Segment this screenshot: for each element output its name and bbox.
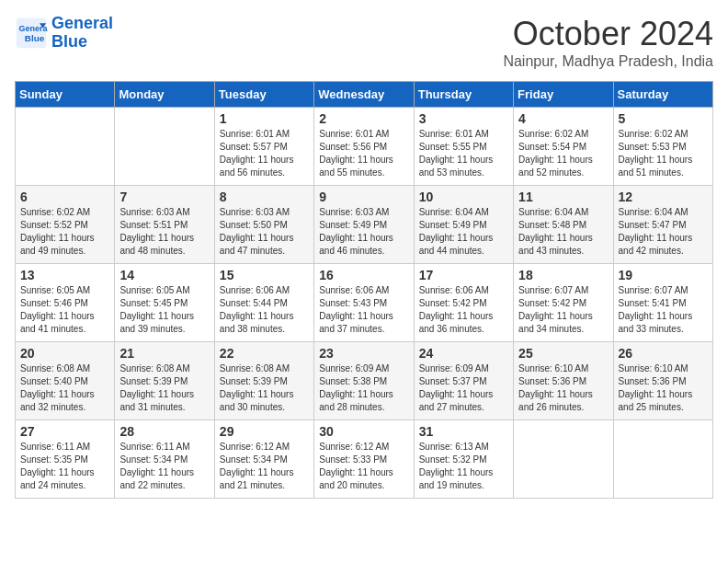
calendar-cell: 25Sunrise: 6:10 AM Sunset: 5:36 PM Dayli… [514, 342, 613, 420]
day-info: Sunrise: 6:09 AM Sunset: 5:38 PM Dayligh… [319, 362, 408, 414]
calendar-cell: 17Sunrise: 6:06 AM Sunset: 5:42 PM Dayli… [414, 264, 513, 342]
calendar-week-row: 27Sunrise: 6:11 AM Sunset: 5:35 PM Dayli… [16, 420, 713, 499]
calendar-cell: 1Sunrise: 6:01 AM Sunset: 5:57 PM Daylig… [214, 108, 313, 186]
calendar-cell [115, 108, 214, 186]
day-info: Sunrise: 6:10 AM Sunset: 5:36 PM Dayligh… [518, 362, 608, 414]
day-number: 14 [119, 268, 209, 282]
day-number: 3 [419, 111, 508, 126]
weekday-header: Thursday [414, 82, 513, 108]
day-info: Sunrise: 6:08 AM Sunset: 5:40 PM Dayligh… [20, 362, 109, 414]
day-info: Sunrise: 6:09 AM Sunset: 5:37 PM Dayligh… [419, 362, 508, 414]
day-number: 17 [419, 268, 508, 282]
calendar-cell: 7Sunrise: 6:03 AM Sunset: 5:51 PM Daylig… [115, 186, 214, 264]
calendar-cell: 31Sunrise: 6:13 AM Sunset: 5:32 PM Dayli… [414, 420, 513, 499]
calendar-cell: 5Sunrise: 6:02 AM Sunset: 5:53 PM Daylig… [613, 108, 712, 186]
logo: General Blue General Blue [15, 15, 113, 52]
day-number: 12 [619, 190, 708, 204]
day-info: Sunrise: 6:04 AM Sunset: 5:47 PM Dayligh… [619, 206, 708, 258]
day-number: 28 [119, 424, 209, 439]
day-info: Sunrise: 6:05 AM Sunset: 5:46 PM Dayligh… [20, 284, 109, 336]
day-info: Sunrise: 6:03 AM Sunset: 5:51 PM Dayligh… [119, 206, 209, 258]
day-number: 10 [419, 190, 508, 204]
day-number: 9 [319, 190, 408, 204]
calendar-cell: 11Sunrise: 6:04 AM Sunset: 5:48 PM Dayli… [514, 186, 613, 264]
day-number: 1 [220, 111, 309, 126]
day-info: Sunrise: 6:10 AM Sunset: 5:36 PM Dayligh… [619, 362, 708, 414]
day-number: 13 [20, 268, 109, 282]
day-info: Sunrise: 6:02 AM Sunset: 5:53 PM Dayligh… [619, 128, 708, 179]
day-number: 26 [619, 346, 708, 361]
day-info: Sunrise: 6:11 AM Sunset: 5:35 PM Dayligh… [20, 441, 109, 492]
calendar-cell: 19Sunrise: 6:07 AM Sunset: 5:41 PM Dayli… [613, 264, 712, 342]
day-number: 11 [518, 190, 608, 204]
calendar-cell: 15Sunrise: 6:06 AM Sunset: 5:44 PM Dayli… [214, 264, 313, 342]
day-info: Sunrise: 6:06 AM Sunset: 5:42 PM Dayligh… [419, 284, 508, 336]
calendar-week-row: 1Sunrise: 6:01 AM Sunset: 5:57 PM Daylig… [16, 108, 713, 186]
day-number: 30 [319, 424, 408, 439]
day-info: Sunrise: 6:04 AM Sunset: 5:49 PM Dayligh… [419, 206, 508, 258]
day-number: 2 [319, 111, 408, 126]
day-info: Sunrise: 6:07 AM Sunset: 5:41 PM Dayligh… [619, 284, 708, 336]
calendar-cell: 23Sunrise: 6:09 AM Sunset: 5:38 PM Dayli… [314, 342, 414, 420]
calendar-cell: 3Sunrise: 6:01 AM Sunset: 5:55 PM Daylig… [414, 108, 513, 186]
calendar-table: SundayMondayTuesdayWednesdayThursdayFrid… [15, 81, 713, 499]
weekday-header: Friday [514, 82, 613, 108]
day-info: Sunrise: 6:06 AM Sunset: 5:44 PM Dayligh… [220, 284, 309, 336]
calendar-cell: 26Sunrise: 6:10 AM Sunset: 5:36 PM Dayli… [613, 342, 712, 420]
day-info: Sunrise: 6:02 AM Sunset: 5:54 PM Dayligh… [518, 128, 608, 179]
title-block: October 2024 Nainpur, Madhya Pradesh, In… [503, 15, 713, 70]
calendar-cell: 21Sunrise: 6:08 AM Sunset: 5:39 PM Dayli… [115, 342, 214, 420]
calendar-cell: 29Sunrise: 6:12 AM Sunset: 5:34 PM Dayli… [214, 420, 313, 499]
day-number: 7 [119, 190, 209, 204]
day-number: 4 [518, 111, 608, 126]
calendar-cell: 22Sunrise: 6:08 AM Sunset: 5:39 PM Dayli… [214, 342, 313, 420]
day-info: Sunrise: 6:08 AM Sunset: 5:39 PM Dayligh… [119, 362, 209, 414]
day-number: 16 [319, 268, 408, 282]
calendar-cell: 4Sunrise: 6:02 AM Sunset: 5:54 PM Daylig… [514, 108, 613, 186]
day-info: Sunrise: 6:03 AM Sunset: 5:50 PM Dayligh… [220, 206, 309, 258]
day-number: 29 [220, 424, 309, 439]
logo-text: General Blue [51, 15, 113, 52]
weekday-header: Wednesday [314, 82, 414, 108]
calendar-cell: 18Sunrise: 6:07 AM Sunset: 5:42 PM Dayli… [514, 264, 613, 342]
day-info: Sunrise: 6:01 AM Sunset: 5:56 PM Dayligh… [319, 128, 408, 179]
day-number: 24 [419, 346, 508, 361]
day-info: Sunrise: 6:02 AM Sunset: 5:52 PM Dayligh… [20, 206, 109, 258]
month-title: October 2024 [503, 15, 713, 53]
day-info: Sunrise: 6:12 AM Sunset: 5:34 PM Dayligh… [220, 441, 309, 492]
day-number: 22 [220, 346, 309, 361]
day-info: Sunrise: 6:07 AM Sunset: 5:42 PM Dayligh… [518, 284, 608, 336]
calendar-cell [613, 420, 712, 499]
day-info: Sunrise: 6:08 AM Sunset: 5:39 PM Dayligh… [220, 362, 309, 414]
day-number: 18 [518, 268, 608, 282]
day-info: Sunrise: 6:13 AM Sunset: 5:32 PM Dayligh… [419, 441, 508, 492]
calendar-cell [514, 420, 613, 499]
weekday-header: Tuesday [214, 82, 313, 108]
day-number: 27 [20, 424, 109, 439]
weekday-header: Monday [115, 82, 214, 108]
day-number: 5 [619, 111, 708, 126]
day-info: Sunrise: 6:11 AM Sunset: 5:34 PM Dayligh… [119, 441, 209, 492]
logo-icon: General Blue [15, 17, 48, 50]
calendar-cell: 10Sunrise: 6:04 AM Sunset: 5:49 PM Dayli… [414, 186, 513, 264]
calendar-cell: 30Sunrise: 6:12 AM Sunset: 5:33 PM Dayli… [314, 420, 414, 499]
calendar-cell: 16Sunrise: 6:06 AM Sunset: 5:43 PM Dayli… [314, 264, 414, 342]
day-info: Sunrise: 6:01 AM Sunset: 5:55 PM Dayligh… [419, 128, 508, 179]
day-number: 8 [220, 190, 309, 204]
day-number: 25 [518, 346, 608, 361]
calendar-cell: 2Sunrise: 6:01 AM Sunset: 5:56 PM Daylig… [314, 108, 414, 186]
day-number: 15 [220, 268, 309, 282]
calendar-cell [16, 108, 115, 186]
calendar-week-row: 6Sunrise: 6:02 AM Sunset: 5:52 PM Daylig… [16, 186, 713, 264]
weekday-header: Sunday [16, 82, 115, 108]
calendar-cell: 20Sunrise: 6:08 AM Sunset: 5:40 PM Dayli… [16, 342, 115, 420]
day-info: Sunrise: 6:12 AM Sunset: 5:33 PM Dayligh… [319, 441, 408, 492]
day-number: 6 [20, 190, 109, 204]
weekday-header-row: SundayMondayTuesdayWednesdayThursdayFrid… [16, 82, 713, 108]
calendar-cell: 27Sunrise: 6:11 AM Sunset: 5:35 PM Dayli… [16, 420, 115, 499]
svg-text:Blue: Blue [25, 33, 45, 43]
day-info: Sunrise: 6:05 AM Sunset: 5:45 PM Dayligh… [119, 284, 209, 336]
calendar-cell: 24Sunrise: 6:09 AM Sunset: 5:37 PM Dayli… [414, 342, 513, 420]
day-number: 23 [319, 346, 408, 361]
calendar-week-row: 20Sunrise: 6:08 AM Sunset: 5:40 PM Dayli… [16, 342, 713, 420]
